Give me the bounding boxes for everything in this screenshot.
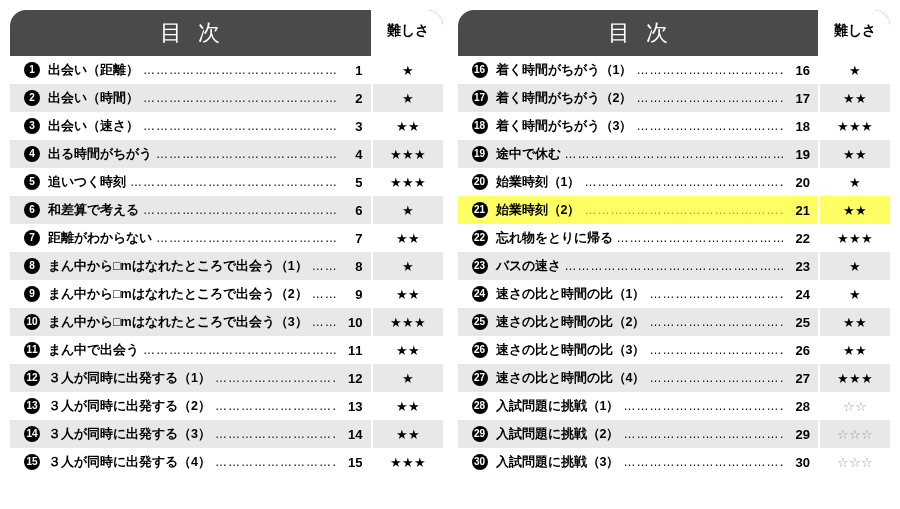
row-title: 速さの比と時間の比（4） xyxy=(496,370,650,387)
toc-row[interactable]: 28入試問題に挑戦（1）28☆☆ xyxy=(458,392,891,420)
toc-row[interactable]: 30入試問題に挑戦（3）30☆☆☆ xyxy=(458,448,891,476)
toc-row[interactable]: 1出会い（距離）1★ xyxy=(10,56,443,84)
leader-dots xyxy=(636,119,784,133)
row-page: 18 xyxy=(784,119,818,134)
toc-row[interactable]: 17着く時間がちがう（2）17★★ xyxy=(458,84,891,112)
row-difficulty: ★★ xyxy=(371,420,443,448)
row-title: 出会い（速さ） xyxy=(48,118,143,135)
row-page: 14 xyxy=(337,427,371,442)
row-page: 8 xyxy=(337,259,371,274)
row-number-badge: 10 xyxy=(24,314,40,330)
header-toc-label: 目次 xyxy=(10,10,371,56)
leader-dots xyxy=(565,147,785,161)
row-page: 9 xyxy=(337,287,371,302)
row-title: 出る時間がちがう xyxy=(48,146,156,163)
leader-dots xyxy=(623,399,784,413)
row-number-badge: 30 xyxy=(472,454,488,470)
toc-row[interactable]: 4出る時間がちがう4★★★ xyxy=(10,140,443,168)
toc-row[interactable]: 2出会い（時間）2★ xyxy=(10,84,443,112)
row-difficulty: ★★ xyxy=(371,224,443,252)
leader-dots xyxy=(312,287,337,301)
row-page: 6 xyxy=(337,203,371,218)
row-page: 10 xyxy=(337,315,371,330)
toc-row[interactable]: 18着く時間がちがう（3）18★★★ xyxy=(458,112,891,140)
row-number-badge: 23 xyxy=(472,258,488,274)
leader-dots xyxy=(636,91,784,105)
row-number-badge: 24 xyxy=(472,286,488,302)
row-difficulty: ★★ xyxy=(818,84,890,112)
toc-row[interactable]: 13３人が同時に出発する（2）13★★ xyxy=(10,392,443,420)
row-page: 7 xyxy=(337,231,371,246)
row-number-badge: 11 xyxy=(24,342,40,358)
row-difficulty: ★★★ xyxy=(371,448,443,476)
row-page: 27 xyxy=(784,371,818,386)
toc-row[interactable]: 15３人が同時に出発する（4）15★★★ xyxy=(10,448,443,476)
toc-row[interactable]: 22忘れ物をとりに帰る22★★★ xyxy=(458,224,891,252)
row-page: 5 xyxy=(337,175,371,190)
row-page: 11 xyxy=(337,343,371,358)
toc-row[interactable]: 11まん中で出会う11★★ xyxy=(10,336,443,364)
row-title: まん中で出会う xyxy=(48,342,143,359)
row-difficulty: ★★★ xyxy=(818,364,890,392)
row-number-badge: 4 xyxy=(24,146,40,162)
toc-row[interactable]: 5追いつく時刻5★★★ xyxy=(10,168,443,196)
row-title: 着く時間がちがう（3） xyxy=(496,118,637,135)
row-difficulty: ☆☆☆ xyxy=(818,420,890,448)
rows: 16着く時間がちがう（1）16★17着く時間がちがう（2）17★★18着く時間が… xyxy=(458,56,891,476)
toc-row[interactable]: 16着く時間がちがう（1）16★ xyxy=(458,56,891,84)
leader-dots xyxy=(215,399,337,413)
toc-row[interactable]: 23バスの速さ23★ xyxy=(458,252,891,280)
row-page: 28 xyxy=(784,399,818,414)
toc-panel: 目次難しさ1出会い（距離）1★2出会い（時間）2★3出会い（速さ）3★★4出る時… xyxy=(10,10,443,476)
row-page: 23 xyxy=(784,259,818,274)
toc-row[interactable]: 24速さの比と時間の比（1）24★ xyxy=(458,280,891,308)
leader-dots xyxy=(649,315,784,329)
toc-row[interactable]: 3出会い（速さ）3★★ xyxy=(10,112,443,140)
row-page: 12 xyxy=(337,371,371,386)
row-title: まん中から□mはなれたところで出会う（2） xyxy=(48,286,312,303)
row-number-badge: 17 xyxy=(472,90,488,106)
row-difficulty: ★★ xyxy=(818,196,890,224)
toc-row[interactable]: 9まん中から□mはなれたところで出会う（2）9★★ xyxy=(10,280,443,308)
row-number-badge: 7 xyxy=(24,230,40,246)
row-difficulty: ★★ xyxy=(818,308,890,336)
toc-row[interactable]: 6和差算で考える6★ xyxy=(10,196,443,224)
toc-row[interactable]: 20始業時刻（1）20★ xyxy=(458,168,891,196)
leader-dots xyxy=(584,203,784,217)
toc-row[interactable]: 29入試問題に挑戦（2）29☆☆☆ xyxy=(458,420,891,448)
toc-row[interactable]: 27速さの比と時間の比（4）27★★★ xyxy=(458,364,891,392)
toc-row[interactable]: 10まん中から□mはなれたところで出会う（3）10★★★ xyxy=(10,308,443,336)
toc-row[interactable]: 25速さの比と時間の比（2）25★★ xyxy=(458,308,891,336)
leader-dots xyxy=(617,231,785,245)
leader-dots xyxy=(623,427,784,441)
row-difficulty: ★★★ xyxy=(371,168,443,196)
row-number-badge: 14 xyxy=(24,426,40,442)
row-page: 4 xyxy=(337,147,371,162)
toc-row[interactable]: 26速さの比と時間の比（3）26★★ xyxy=(458,336,891,364)
row-difficulty: ★★★ xyxy=(371,308,443,336)
row-title: 忘れ物をとりに帰る xyxy=(496,230,617,247)
toc-panel: 目次難しさ16着く時間がちがう（1）16★17着く時間がちがう（2）17★★18… xyxy=(458,10,891,476)
leader-dots xyxy=(649,343,784,357)
row-number-badge: 12 xyxy=(24,370,40,386)
row-page: 22 xyxy=(784,231,818,246)
row-title: ３人が同時に出発する（3） xyxy=(48,426,215,443)
toc-row[interactable]: 7距離がわからない7★★ xyxy=(10,224,443,252)
row-number-badge: 20 xyxy=(472,174,488,190)
row-title: 出会い（時間） xyxy=(48,90,143,107)
toc-row[interactable]: 12３人が同時に出発する（1）12★ xyxy=(10,364,443,392)
toc-row[interactable]: 19途中で休む19★★ xyxy=(458,140,891,168)
toc-row[interactable]: 8まん中から□mはなれたところで出会う（1）8★ xyxy=(10,252,443,280)
row-page: 17 xyxy=(784,91,818,106)
toc-row[interactable]: 21始業時刻（2）21★★ xyxy=(458,196,891,224)
header-difficulty-label: 難しさ xyxy=(371,10,443,56)
row-title: 始業時刻（2） xyxy=(496,202,585,219)
row-number-badge: 8 xyxy=(24,258,40,274)
row-title: まん中から□mはなれたところで出会う（1） xyxy=(48,258,312,275)
row-number-badge: 16 xyxy=(472,62,488,78)
row-number-badge: 3 xyxy=(24,118,40,134)
toc-row[interactable]: 14３人が同時に出発する（3）14★★ xyxy=(10,420,443,448)
row-number-badge: 29 xyxy=(472,426,488,442)
row-page: 19 xyxy=(784,147,818,162)
row-page: 30 xyxy=(784,455,818,470)
